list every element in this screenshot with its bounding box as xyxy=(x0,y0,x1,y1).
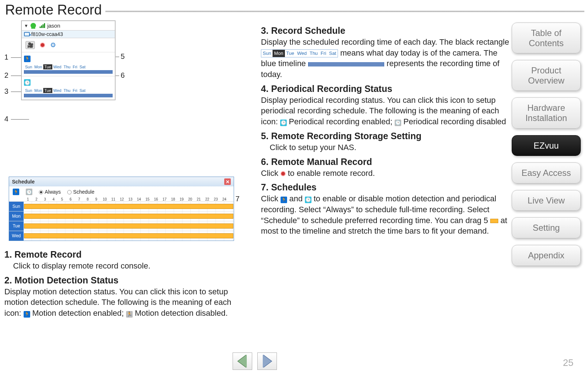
nav-setting[interactable]: Setting xyxy=(512,217,581,238)
pager xyxy=(233,352,277,370)
section-7-body: Click 🏃 and 🕒 to enable or disable motio… xyxy=(261,193,513,237)
status-block-2: 🕒 SunMonTueWedThuFriSat xyxy=(22,76,115,98)
next-page-button[interactable] xyxy=(257,352,277,370)
section-4-body: Display periodical recording status. You… xyxy=(261,95,513,127)
nav-live-view[interactable]: Live View xyxy=(512,190,581,211)
section-3: 3. Record Schedule Display the scheduled… xyxy=(261,25,513,80)
motion-icon[interactable]: 🏃 xyxy=(24,56,31,62)
nav-ezvuu[interactable]: EZvuu xyxy=(512,135,581,156)
nav-hardware-installation[interactable]: Hardware Installation xyxy=(512,97,581,128)
storage-setting-icon[interactable]: ⚙ xyxy=(50,41,56,49)
page-title: Remote Record xyxy=(0,0,107,20)
camera-icon xyxy=(24,32,30,36)
section-2-body: Display motion detection status. You can… xyxy=(4,286,249,319)
section-5: 5. Remote Recording Storage Setting Clic… xyxy=(261,131,513,153)
callout-1: 1 xyxy=(4,53,8,61)
page-number: 25 xyxy=(563,357,573,368)
callout-5: 5 xyxy=(121,52,125,61)
hour-labels: 123456789101112131415161718192021222324 xyxy=(9,197,234,201)
section-2: 2. Motion Detection Status Display motio… xyxy=(4,275,249,319)
console-screenshot: 1 2 3 4 5 6 ▼ jason f810w-ccaa43 🎥 xyxy=(4,20,244,158)
timebar-icon xyxy=(490,219,498,223)
clock-icon-inline: 🕒 xyxy=(305,197,311,203)
section-1: 1. Remote Record Click to display remote… xyxy=(4,249,249,271)
motion-icon-inline: 🏃 xyxy=(281,197,287,203)
section-6: 6. Remote Manual Record Click to enable … xyxy=(261,157,513,179)
timeline-2 xyxy=(24,94,113,97)
nav-appendix[interactable]: Appendix xyxy=(512,245,581,266)
nav-easy-access[interactable]: Easy Access xyxy=(512,162,581,184)
timeline-1 xyxy=(24,70,113,74)
section-2-title: 2. Motion Detection Status xyxy=(4,275,249,286)
section-3-body: Display the scheduled recording time of … xyxy=(261,37,513,80)
section-4: 4. Periodical Recording Status Display p… xyxy=(261,84,513,127)
sched-row-mon[interactable]: Mon xyxy=(9,211,234,221)
callout-6: 6 xyxy=(121,71,125,80)
inline-timeline-icon xyxy=(308,62,384,66)
sched-row-sun[interactable]: Sun xyxy=(9,201,234,211)
section-5-body: Click to setup your NAS. xyxy=(261,142,513,153)
right-column: 3. Record Schedule Display the scheduled… xyxy=(261,20,513,319)
schedule-panel: Schedule ✕ 🏃 🕒 Always Schedule 123456789… xyxy=(9,177,234,241)
record-button-icon[interactable] xyxy=(40,43,45,48)
clock-enabled-icon: 🕒 xyxy=(280,120,287,126)
motion-disabled-icon: 🏃 xyxy=(126,311,133,318)
schedule-clock-icon[interactable]: 🕒 xyxy=(26,189,32,195)
device-id-label: f810w-ccaa43 xyxy=(31,31,63,37)
section-4-title: 4. Periodical Recording Status xyxy=(261,84,513,94)
schedule-title-label: Schedule xyxy=(12,179,35,185)
day-strip-2: SunMonTueWedThuFriSat xyxy=(22,87,115,93)
nav-sidebar: Table of Contents Product Overview Hardw… xyxy=(512,23,581,266)
toolbar-row: 🎥 ⚙ xyxy=(22,38,115,52)
day-strip-1: SunMonTueWedThuFriSat xyxy=(22,64,115,69)
status-block-1: 🏃 SunMonTueWedThuFriSat xyxy=(22,52,115,74)
radio-schedule[interactable]: Schedule xyxy=(67,189,94,195)
record-dot-icon xyxy=(281,171,286,176)
inline-day-strip-icon: SunMonTueWedThuFriSat xyxy=(261,49,338,57)
clock-disabled-icon: 🕒 xyxy=(395,120,401,126)
console-header: ▼ jason xyxy=(22,21,115,31)
callout-2: 2 xyxy=(4,71,8,80)
radio-always[interactable]: Always xyxy=(39,189,61,195)
remote-record-icon[interactable]: 🎥 xyxy=(25,41,35,49)
user-icon xyxy=(31,23,36,28)
prev-page-button[interactable] xyxy=(233,352,252,370)
section-1-title: 1. Remote Record xyxy=(4,249,249,260)
callout-4: 4 xyxy=(4,115,8,123)
left-column: 1 2 3 4 5 6 ▼ jason f810w-ccaa43 🎥 xyxy=(4,20,249,319)
section-6-body: Click to enable remote record. xyxy=(261,168,513,179)
collapse-icon[interactable]: ▼ xyxy=(24,23,28,28)
section-5-title: 5. Remote Recording Storage Setting xyxy=(261,131,513,141)
callout-7: 7 xyxy=(235,195,239,203)
callout-3: 3 xyxy=(4,87,8,96)
close-icon[interactable]: ✕ xyxy=(224,178,231,185)
remote-record-console: ▼ jason f810w-ccaa43 🎥 ⚙ 🏃 xyxy=(21,20,116,100)
nav-product-overview[interactable]: Product Overview xyxy=(512,60,581,91)
section-1-body: Click to display remote record console. xyxy=(4,261,249,271)
schedule-titlebar: Schedule ✕ xyxy=(9,177,234,186)
arrow-right-icon xyxy=(263,355,271,368)
section-7: 7. Schedules Click 🏃 and 🕒 to enable or … xyxy=(261,182,513,237)
clock-icon[interactable]: 🕒 xyxy=(24,79,31,86)
device-row[interactable]: f810w-ccaa43 xyxy=(22,31,115,38)
sched-row-tue[interactable]: Tue xyxy=(9,221,234,231)
title-divider xyxy=(105,11,584,12)
signal-icon xyxy=(40,23,45,28)
schedule-grid: 123456789101112131415161718192021222324 … xyxy=(9,197,234,241)
schedule-motion-icon[interactable]: 🏃 xyxy=(13,189,19,195)
section-7-title: 7. Schedules xyxy=(261,182,513,193)
arrow-left-icon xyxy=(238,355,247,368)
user-name-label: jason xyxy=(47,23,60,29)
schedule-mode-row: 🏃 🕒 Always Schedule xyxy=(9,186,234,197)
section-3-title: 3. Record Schedule xyxy=(261,25,513,36)
nav-toc[interactable]: Table of Contents xyxy=(512,23,581,53)
motion-enabled-icon: 🏃 xyxy=(24,311,30,318)
content-area: 1 2 3 4 5 6 ▼ jason f810w-ccaa43 🎥 xyxy=(4,20,513,319)
section-6-title: 6. Remote Manual Record xyxy=(261,157,513,167)
sched-row-wed[interactable]: Wed xyxy=(9,231,234,241)
